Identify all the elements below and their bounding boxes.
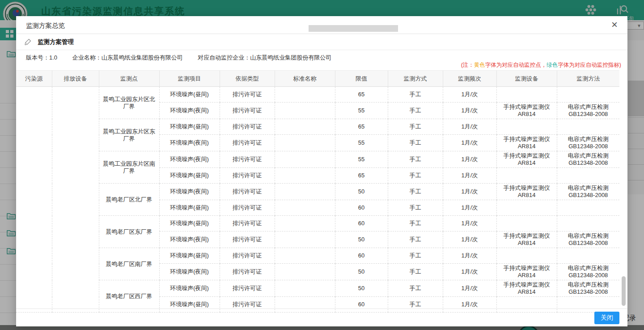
basis-type-cell: 排污许可证 bbox=[220, 200, 275, 216]
monitoring-point-cell: 晨鸣老厂区东厂界 bbox=[99, 216, 159, 248]
basis-type-cell: 排污许可证 bbox=[220, 119, 275, 135]
monitoring-frequency-cell: 1月/次 bbox=[443, 231, 496, 248]
monitoring-table-wrap: 污染源排放设备监测点监测项目依据类型标准名称限值监测方式监测频次监测设备监测方法… bbox=[16, 70, 619, 313]
monitoring-method-cell-line: GB12348-2008 bbox=[559, 272, 618, 279]
monitoring-device-cell bbox=[496, 216, 557, 231]
standard-name-cell bbox=[275, 103, 335, 119]
column-header-monitoring-item: 监测项目 bbox=[159, 71, 220, 87]
note-suffix: 字体为对应自动监控指标) bbox=[558, 62, 621, 68]
monitoring-device-cell bbox=[496, 168, 557, 184]
monitoring-device-cell-line: AR814 bbox=[499, 240, 555, 247]
monitoring-item-cell: 环境噪声(昼间) bbox=[159, 87, 220, 103]
monitoring-device-cell-line: 手持式噪声监测仪 bbox=[499, 281, 555, 288]
monitoring-item-cell: 环境噪声(夜间) bbox=[159, 135, 220, 151]
monitoring-device-cell: 手持式噪声监测仪AR814 bbox=[496, 280, 557, 297]
monitoring-method-cell bbox=[557, 87, 619, 103]
column-header-basis-type: 依据类型 bbox=[220, 71, 275, 87]
note-yellow-word: 黄色 bbox=[474, 62, 485, 68]
close-icon[interactable]: × bbox=[608, 18, 621, 31]
monitoring-item-cell: 环境噪声(昼间) bbox=[159, 200, 220, 216]
monitoring-frequency-cell: 1月/次 bbox=[443, 103, 496, 119]
table-row: 晨鸣老厂区东厂界环境噪声(昼间)排污许可证60手工1月/次 bbox=[16, 216, 619, 231]
monitoring-device-cell-line: AR814 bbox=[499, 159, 555, 167]
monitoring-item-cell: 环境噪声(昼间) bbox=[159, 119, 220, 135]
monitoring-item-cell: 环境噪声(昼间) bbox=[159, 168, 220, 184]
monitoring-point-cell: 晨鸣老厂区南厂界 bbox=[99, 248, 159, 280]
monitoring-item-cell: 环境噪声(昼间) bbox=[159, 248, 220, 264]
column-header-monitoring-frequency: 监测频次 bbox=[443, 71, 496, 87]
table-row: 晨鸣老厂区西厂界环境噪声(夜间)排污许可证50手工1月/次手持式噪声监测仪AR8… bbox=[16, 280, 619, 297]
limit-value-cell: 65 bbox=[335, 168, 388, 184]
standard-name-cell bbox=[275, 135, 335, 151]
monitoring-method-cell: 电容式声压检测GB12348-2008 bbox=[557, 264, 619, 280]
limit-value-cell: 55 bbox=[335, 151, 388, 168]
monitoring-device-cell-line: 手持式噪声监测仪 bbox=[499, 103, 555, 111]
note-prefix: (注： bbox=[461, 62, 474, 68]
monitoring-device-cell-line: AR814 bbox=[499, 288, 555, 296]
version-text: 版本号：1.0 bbox=[26, 54, 57, 61]
monitoring-mode-cell: 手工 bbox=[388, 119, 443, 135]
standard-name-cell bbox=[275, 168, 335, 184]
monitoring-table: 污染源排放设备监测点监测项目依据类型标准名称限值监测方式监测频次监测设备监测方法… bbox=[16, 70, 619, 313]
monitoring-method-cell-line: 电容式声压检测 bbox=[559, 184, 618, 192]
monitoring-frequency-cell: 1月/次 bbox=[443, 200, 496, 216]
monitoring-method-cell: 电容式声压检测GB12348-2008 bbox=[557, 280, 619, 297]
table-row: 晨鸣工业园东片区南厂界环境噪声(夜间)排污许可证55手工1月/次手持式噪声监测仪… bbox=[16, 151, 619, 168]
column-header-discharge-equipment: 排放设备 bbox=[52, 71, 99, 87]
column-header-monitoring-device: 监测设备 bbox=[496, 71, 557, 87]
standard-name-cell bbox=[275, 216, 335, 231]
basis-type-cell: 排污许可证 bbox=[220, 216, 275, 231]
column-header-limit-value: 限值 bbox=[335, 71, 388, 87]
monitoring-frequency-cell: 1月/次 bbox=[443, 135, 496, 151]
column-header-monitoring-mode: 监测方式 bbox=[388, 71, 443, 87]
monitoring-device-cell bbox=[496, 87, 557, 103]
monitoring-mode-cell: 手工 bbox=[388, 87, 443, 103]
monitoring-frequency-cell: 1月/次 bbox=[443, 280, 496, 297]
standard-name-cell bbox=[275, 248, 335, 264]
column-header-standard-name: 标准名称 bbox=[275, 71, 335, 87]
monitoring-mode-cell: 手工 bbox=[388, 200, 443, 216]
monitoring-frequency-cell: 1月/次 bbox=[443, 168, 496, 184]
monitoring-device-cell-line: 手持式噪声监测仪 bbox=[499, 232, 555, 240]
section-header: 监测方案管理 bbox=[16, 34, 627, 50]
limit-value-cell: 60 bbox=[335, 216, 388, 231]
monitoring-method-cell-line: GB12348-2008 bbox=[559, 240, 618, 247]
standard-name-cell bbox=[275, 264, 335, 280]
standard-name-cell bbox=[275, 119, 335, 135]
monitoring-point-cell: 晨鸣工业园东片区东厂界 bbox=[99, 119, 159, 151]
limit-value-cell: 65 bbox=[335, 119, 388, 135]
monitoring-method-cell: 电容式声压检测GB12348-2008 bbox=[557, 135, 619, 151]
monitoring-mode-cell: 手工 bbox=[388, 151, 443, 168]
monitoring-item-cell: 环境噪声(夜间) bbox=[159, 184, 220, 200]
monitoring-frequency-cell: 1月/次 bbox=[443, 264, 496, 280]
monitoring-device-cell-line: 手持式噪声监测仪 bbox=[499, 265, 555, 272]
table-body: 晨鸣工业园东片区北厂界环境噪声(昼间)排污许可证65手工1月/次环境噪声(夜间)… bbox=[16, 87, 619, 313]
monitoring-device-cell-line: 手持式噪声监测仪 bbox=[499, 152, 555, 159]
monitoring-method-cell: 电容式声压检测GB12348-2008 bbox=[557, 184, 619, 200]
monitoring-item-cell: 环境噪声(夜间) bbox=[159, 264, 220, 280]
limit-value-cell: 50 bbox=[335, 280, 388, 297]
standard-name-cell bbox=[275, 280, 335, 297]
monitoring-method-cell-line: 电容式声压检测 bbox=[559, 265, 618, 272]
monitoring-mode-cell: 手工 bbox=[388, 280, 443, 297]
auto-company-text: 对应自动监控企业：山东晨鸣纸业集团股份有限公司 bbox=[198, 54, 331, 61]
table-row: 晨鸣工业园东片区东厂界环境噪声(昼间)排污许可证65手工1月/次 bbox=[16, 119, 619, 135]
monitoring-frequency-cell: 1月/次 bbox=[443, 216, 496, 231]
monitoring-frequency-cell: 1月/次 bbox=[443, 87, 496, 103]
monitoring-device-cell: 手持式噪声监测仪AR814 bbox=[496, 103, 557, 119]
monitoring-frequency-cell: 1月/次 bbox=[443, 184, 496, 200]
monitoring-mode-cell: 手工 bbox=[388, 168, 443, 184]
table-header-row: 污染源排放设备监测点监测项目依据类型标准名称限值监测方式监测频次监测设备监测方法 bbox=[16, 71, 619, 87]
monitoring-method-cell-line: 电容式声压检测 bbox=[559, 232, 618, 240]
monitoring-method-cell-line: 电容式声压检测 bbox=[559, 136, 618, 143]
basis-type-cell: 排污许可证 bbox=[220, 184, 275, 200]
monitoring-device-cell-line: AR814 bbox=[499, 111, 555, 118]
equipment-cell bbox=[52, 87, 99, 313]
close-button[interactable]: 关闭 bbox=[594, 312, 619, 324]
monitoring-device-cell-line: AR814 bbox=[499, 143, 555, 150]
monitoring-method-cell bbox=[557, 168, 619, 184]
monitoring-mode-cell: 手工 bbox=[388, 103, 443, 119]
monitoring-method-cell bbox=[557, 200, 619, 216]
monitoring-item-cell: 环境噪声(夜间) bbox=[159, 151, 220, 168]
modal-scrollbar-thumb[interactable] bbox=[622, 276, 626, 306]
